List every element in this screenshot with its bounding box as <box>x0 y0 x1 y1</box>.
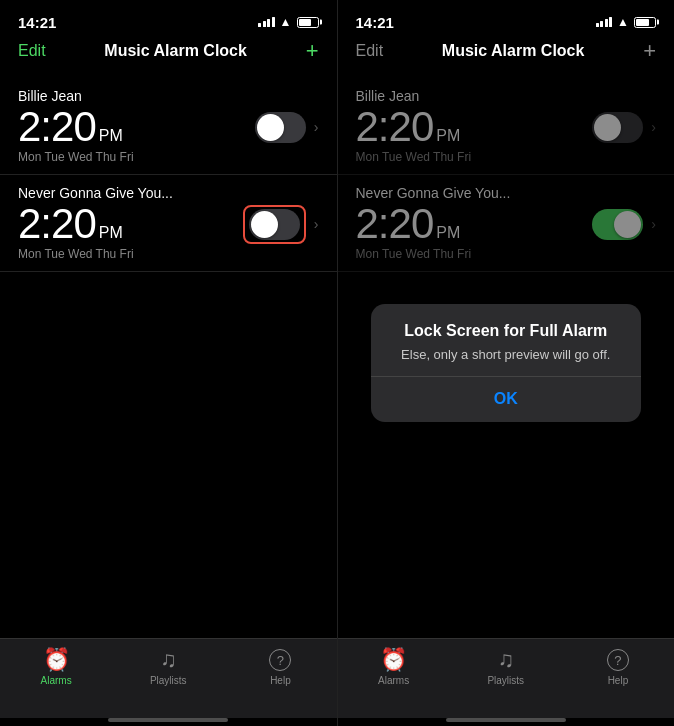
dialog-ok-button[interactable]: OK <box>371 376 641 422</box>
alarm-days-1-left: Mon Tue Wed Thu Fri <box>18 150 319 164</box>
left-screen: 14:21 ▲ Edit Music Alarm Clock + Billie … <box>0 0 337 726</box>
page-title-left: Music Alarm Clock <box>104 42 247 60</box>
nav-bar-left: Edit Music Alarm Clock + <box>0 36 337 70</box>
battery-icon <box>297 17 319 28</box>
alarm-toggle-1-left[interactable] <box>255 112 306 143</box>
tab-playlists-label-left: Playlists <box>150 675 187 686</box>
tab-help-left[interactable]: ? Help <box>224 649 336 686</box>
status-icons-left: ▲ <box>258 15 318 29</box>
alarm-name-2-left: Never Gonna Give You... <box>18 185 319 201</box>
tab-playlists-left[interactable]: ♫ Playlists <box>112 649 224 686</box>
status-time-left: 14:21 <box>18 14 56 31</box>
alarm-name-1-left: Billie Jean <box>18 88 319 104</box>
dialog-buttons: OK <box>371 376 641 422</box>
alarm-chevron-1-left: › <box>314 119 319 135</box>
add-button-left[interactable]: + <box>306 40 319 62</box>
help-icon-left: ? <box>269 649 291 671</box>
alarm-toggle-2-left[interactable] <box>249 209 300 240</box>
edit-button-left[interactable]: Edit <box>18 42 46 60</box>
alarms-icon-left: ⏰ <box>43 649 70 671</box>
tab-bar-left: ⏰ Alarms ♫ Playlists ? Help <box>0 638 337 718</box>
status-bar-left: 14:21 ▲ <box>0 0 337 36</box>
dialog-title: Lock Screen for Full Alarm <box>387 322 625 340</box>
tab-alarms-label-left: Alarms <box>41 675 72 686</box>
alarm-item-1-left: Billie Jean 2:20 PM › Mon Tue Wed Thu Fr… <box>0 78 337 175</box>
toggle-highlight-box <box>243 205 306 244</box>
alarm-list-left: Billie Jean 2:20 PM › Mon Tue Wed Thu Fr… <box>0 70 337 638</box>
right-screen: 14:21 ▲ Edit Music Alarm Clock + Billie … <box>338 0 675 726</box>
alarm-time-2-left: 2:20 PM <box>18 203 123 245</box>
alarm-time-1-left: 2:20 PM <box>18 106 123 148</box>
lock-screen-dialog: Lock Screen for Full Alarm Else, only a … <box>371 304 641 423</box>
playlists-icon-left: ♫ <box>160 649 177 671</box>
tab-help-label-left: Help <box>270 675 291 686</box>
alarm-item-2-left: Never Gonna Give You... 2:20 PM › Mon Tu… <box>0 175 337 272</box>
dialog-message: Else, only a short preview will go off. <box>387 346 625 364</box>
tab-alarms-left[interactable]: ⏰ Alarms <box>0 649 112 686</box>
alarm-chevron-2-left: › <box>314 216 319 232</box>
signal-icon <box>258 17 275 27</box>
alarm-days-2-left: Mon Tue Wed Thu Fri <box>18 247 319 261</box>
home-indicator-left <box>0 718 337 726</box>
wifi-icon: ▲ <box>280 15 292 29</box>
dialog-overlay: Lock Screen for Full Alarm Else, only a … <box>338 0 675 726</box>
